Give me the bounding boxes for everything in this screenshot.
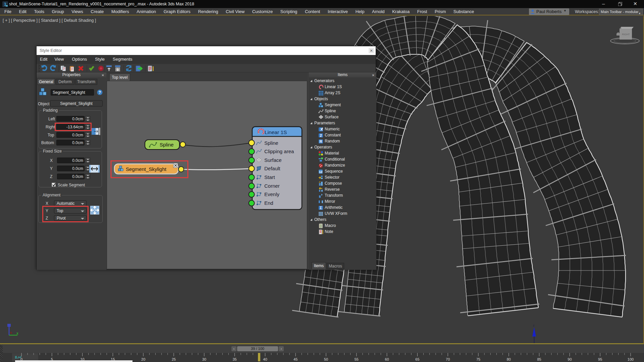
svg-text:55: 55 <box>355 357 359 361</box>
svg-text:90: 90 <box>568 357 572 361</box>
svg-text:{}: {} <box>320 224 322 228</box>
svg-text:Evenly: Evenly <box>264 191 280 197</box>
svg-text:60: 60 <box>385 357 389 361</box>
svg-text:RIGHT: RIGHT <box>622 33 630 36</box>
svg-text:z: z <box>533 324 535 327</box>
svg-text:40: 40 <box>263 357 267 361</box>
svg-text:Spline: Spline <box>160 142 174 147</box>
svg-text:30: 30 <box>202 357 206 361</box>
svg-text:2: 2 <box>320 133 322 137</box>
svg-text:End: End <box>264 200 273 206</box>
svg-text:25: 25 <box>172 357 176 361</box>
svg-text:Σ: Σ <box>320 206 322 210</box>
svg-text:80: 80 <box>507 357 511 361</box>
svg-text:35: 35 <box>232 357 236 361</box>
svg-text:?: ? <box>99 90 101 95</box>
svg-text:Linear 1S: Linear 1S <box>265 129 287 135</box>
svg-text:100: 100 <box>628 357 634 361</box>
svg-text:85: 85 <box>537 357 541 361</box>
svg-text:95: 95 <box>598 357 602 361</box>
svg-text:50: 50 <box>324 357 328 361</box>
svg-text:2: 2 <box>322 127 323 130</box>
svg-text:Start: Start <box>264 174 275 180</box>
svg-text:20: 20 <box>141 357 145 361</box>
svg-text:Segment_Skylight: Segment_Skylight <box>126 166 167 172</box>
svg-text:75: 75 <box>476 357 480 361</box>
svg-text:70: 70 <box>446 357 450 361</box>
svg-text:Spline: Spline <box>264 140 278 146</box>
svg-text:Surface: Surface <box>264 157 282 163</box>
svg-text:12: 12 <box>319 170 322 174</box>
svg-text:R: R <box>320 139 322 143</box>
svg-text:Default: Default <box>264 166 280 171</box>
svg-text:45: 45 <box>293 357 298 361</box>
svg-text:65: 65 <box>415 357 419 361</box>
svg-text:Corner: Corner <box>264 183 280 189</box>
svg-text:Clipping area: Clipping area <box>264 148 294 154</box>
